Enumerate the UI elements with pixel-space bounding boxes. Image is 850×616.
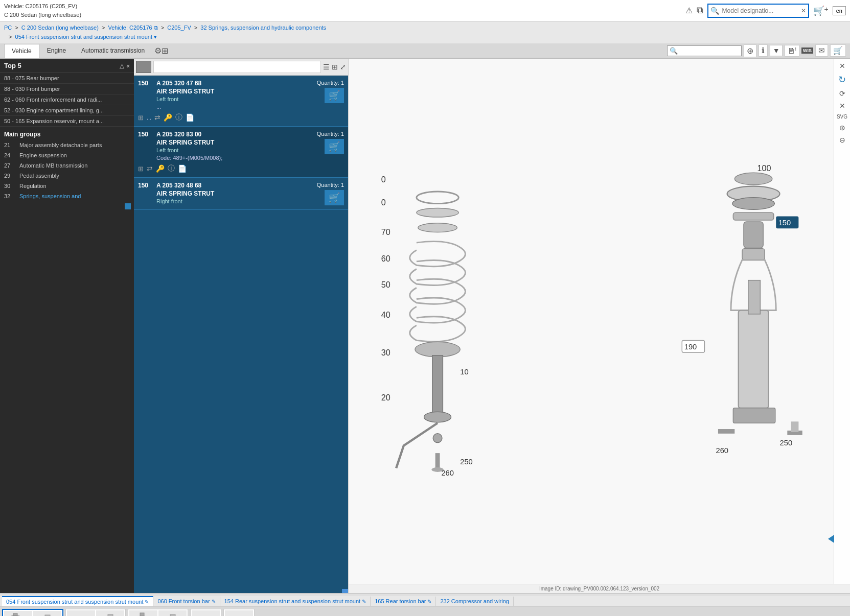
warning-icon[interactable]: ⚠ [685,6,693,15]
tab-edit-icon-3[interactable]: ✎ [427,599,431,604]
bottom-tab-1[interactable]: 060 Front torsion bar ✎ [153,597,220,606]
rotate-3d-btn[interactable]: ↻ [837,73,847,86]
thumb-group-4[interactable] [223,609,255,616]
bc-32-springs[interactable]: 32 Springs, suspension and hydraulic com… [200,25,326,31]
crosshair-btn[interactable]: ✕ [838,101,846,111]
zoom-out-diagram-btn[interactable]: ⊖ [838,135,846,145]
bottom-tab-4[interactable]: 232 Compressor and wiring [436,597,514,606]
thumb-group-3[interactable] [190,609,221,616]
group-29[interactable]: 29 Pedal assembly [0,171,134,181]
toolbar-right: 🔍 ⊕ ℹ ▼ 🖹! WIS ✉ 🛒 [663,44,850,57]
doc-icon-1[interactable]: 📄 [178,164,187,173]
copy-icon[interactable]: ⧉ [697,5,703,16]
group-21-num: 21 [4,142,15,148]
print-icon[interactable]: 🖹! [785,45,799,57]
bottom-tab-0[interactable]: 054 Front suspension strut and suspensio… [2,596,153,606]
sidebar-collapse-btn[interactable]: △ [120,62,124,69]
svg-text:10: 10 [460,367,468,375]
history-btn[interactable]: ⟳ [838,88,846,99]
bc-vehicle-id[interactable]: Vehicle: C205176 ⧉ [108,25,157,31]
zoom-in-icon[interactable]: ⊕ [744,44,756,57]
thumb-group-0[interactable] [2,609,63,616]
tab-automatic-transmission[interactable]: Automatic transmission [74,43,152,58]
bc-pc[interactable]: PC [4,25,12,31]
zoom-in-diagram-btn[interactable]: ⊕ [838,123,846,133]
group-21[interactable]: 21 Major assembly detachable parts [0,140,134,150]
settings-icon[interactable]: ⚙ [154,46,162,56]
save-svg-btn[interactable]: SVG [836,113,848,121]
tab-search-input[interactable] [678,47,739,54]
table-icon-0[interactable]: ⊞ [138,114,144,122]
part-code-2[interactable]: A 205 320 48 68 [156,182,317,189]
sidebar-expand-btn[interactable]: « [126,62,130,69]
top5-item-0[interactable]: 88 - 075 Rear bumper [0,73,134,84]
add-to-cart-btn-0[interactable]: 🛒 [325,88,344,103]
top5-item-4[interactable]: 50 - 165 Expansion reservoir, mount a... [0,116,134,127]
info-icon-0[interactable]: ⓘ [175,113,182,122]
tab-edit-icon-1[interactable]: ✎ [212,599,216,604]
bc-dropdown-icon[interactable]: ▾ [154,34,157,40]
tab-vehicle[interactable]: Vehicle [4,44,39,58]
replace-icon-1[interactable]: ⇄ [147,164,153,173]
part-code-info-1: Code: 489+-(M005/M008); [156,155,317,161]
group-27[interactable]: 27 Automatic MB transmission [0,160,134,171]
wis-button[interactable]: WIS [801,48,813,54]
thumb-img-1a[interactable] [67,610,95,616]
tab-edit-icon-2[interactable]: ✎ [362,599,366,604]
compare-icon[interactable]: ⊞ [162,46,168,56]
tab-edit-icon-0[interactable]: ✎ [145,599,149,605]
table-icon-1[interactable]: ⊞ [138,165,144,173]
tab-engine[interactable]: Engine [39,43,74,58]
search-clear-icon[interactable]: ✕ [801,7,806,14]
bc-c205-fv[interactable]: C205_FV [167,25,191,31]
thumb-img-0b[interactable] [33,611,61,616]
top5-item-3[interactable]: 52 - 030 Engine compartment lining, g... [0,105,134,116]
search-icon[interactable]: 🔍 [710,7,719,15]
add-to-cart-btn-2[interactable]: 🛒 [325,190,344,205]
tab-search-icon[interactable]: 🔍 [670,47,678,55]
thumb-img-0a[interactable] [4,611,32,616]
bc-054[interactable]: 054 Front suspension strut and suspensio… [15,34,152,40]
thumb-group-1[interactable] [65,609,126,616]
replace-icon-0[interactable]: ⇄ [154,113,160,122]
part-code-1[interactable]: A 205 320 83 00 [156,131,317,138]
bottom-tab-3[interactable]: 165 Rear torsion bar ✎ [371,597,436,606]
bottom-tab-2[interactable]: 154 Rear suspension strut and suspension… [220,597,371,606]
language-selector[interactable]: en [833,6,846,15]
doc-icon-0[interactable]: 📄 [186,113,194,122]
thumb-img-3a[interactable] [192,610,220,616]
close-view-btn[interactable]: ✕ [838,61,846,71]
mail-icon[interactable]: ✉ [815,44,828,57]
expand-icon[interactable]: ⤢ [340,63,346,71]
part-code-0[interactable]: A 205 320 47 68 [156,80,317,87]
scroll-thumb[interactable] [342,589,348,593]
info-icon-1[interactable]: ⓘ [168,164,175,173]
bc-model[interactable]: C 200 Sedan (long wheelbase) [21,25,99,31]
grid-view-icon[interactable]: ⊞ [332,63,338,71]
group-30[interactable]: 30 Regulation [0,181,134,191]
part-search-bar[interactable] [153,61,321,73]
top5-item-1[interactable]: 88 - 030 Front bumper [0,84,134,94]
filter-icon[interactable]: ▼ [770,45,783,56]
thumb-group-2[interactable] [128,609,188,616]
part-icons-0: ⊞ ... ⇄ 🔑 ⓘ 📄 [138,113,344,122]
key-icon-1[interactable]: 🔑 [156,164,165,173]
group-32[interactable]: 32 Springs, suspension and [0,191,134,201]
info-icon[interactable]: ℹ [759,44,768,57]
list-view-icon[interactable]: ☰ [323,63,330,71]
thumb-img-1b[interactable] [96,610,124,616]
key-icon-0[interactable]: 🔑 [164,113,172,122]
thumb-img-2a[interactable] [129,610,157,616]
model-search-input[interactable] [719,6,801,16]
tab-search-area[interactable]: 🔍 [667,45,742,56]
svg-point-9 [417,208,458,217]
group-24[interactable]: 24 Engine suspension [0,150,134,160]
part-item-2: 150 A 205 320 48 68 AIR SPRING STRUT Rig… [134,178,348,210]
parts-scroll-indicator[interactable] [134,589,348,593]
add-to-cart-icon[interactable]: 🛒+ [813,5,829,16]
top5-item-2[interactable]: 62 - 060 Front reinforcement and radi... [0,94,134,105]
thumb-img-2b[interactable] [158,610,187,616]
thumb-img-4a[interactable] [225,610,253,616]
add-to-cart-btn-1[interactable]: 🛒 [325,139,344,154]
cart-icon[interactable]: 🛒 [830,44,846,57]
